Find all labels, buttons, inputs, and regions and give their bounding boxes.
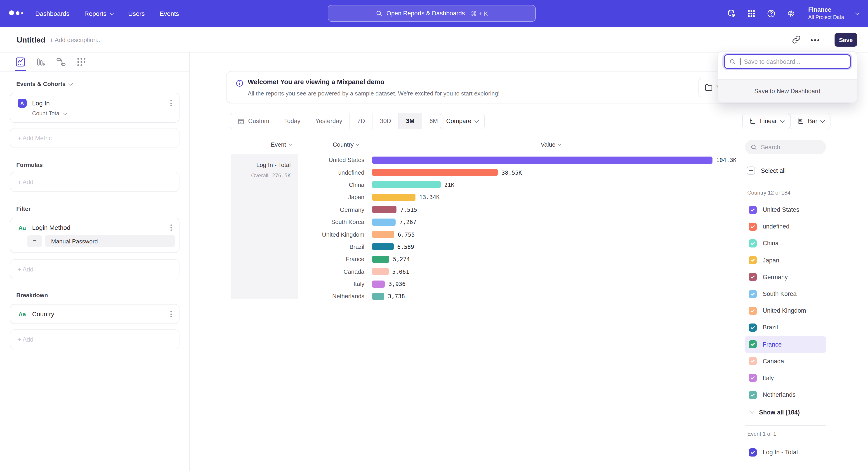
filter-country-row[interactable]: Netherlands xyxy=(745,386,826,403)
nav-item-events[interactable]: Events xyxy=(160,10,179,17)
chart-bar[interactable] xyxy=(372,280,385,288)
project-selector[interactable]: Finance All Project Data xyxy=(808,6,844,21)
select-all-row[interactable]: Select all xyxy=(747,167,786,175)
filter-panel-search[interactable]: Search xyxy=(745,140,826,154)
filter-country-row[interactable]: South Korea xyxy=(745,286,826,302)
chart-bar[interactable] xyxy=(372,156,712,164)
add-description-button[interactable]: + Add description... xyxy=(50,37,102,43)
kebab-menu-icon[interactable] xyxy=(169,99,173,107)
tab-retention[interactable] xyxy=(76,56,87,67)
section-events-cohorts[interactable]: Events & Cohorts xyxy=(16,81,180,87)
date-range-today[interactable]: Today xyxy=(277,113,308,129)
metric-card[interactable]: A Log In Count Total xyxy=(10,93,180,123)
chart-category-label[interactable]: undefined xyxy=(298,169,364,176)
date-range-7d[interactable]: 7D xyxy=(350,113,373,129)
chart-category-label[interactable]: Canada xyxy=(298,268,364,275)
chart-bar[interactable] xyxy=(372,293,384,300)
add-breakdown-button[interactable]: + Add xyxy=(10,329,180,349)
apps-grid-icon[interactable] xyxy=(747,9,756,18)
filter-value[interactable]: Manual Password xyxy=(45,235,176,247)
filter-country-row[interactable]: France xyxy=(745,336,826,353)
save-button[interactable]: Save xyxy=(835,33,857,47)
checkbox-checked[interactable] xyxy=(749,273,757,281)
checkbox-checked[interactable] xyxy=(749,374,757,382)
date-range-30d[interactable]: 30D xyxy=(373,113,399,129)
chart-bar[interactable] xyxy=(372,181,440,188)
chart-type-selector[interactable]: Bar xyxy=(790,113,831,129)
checkbox-checked[interactable] xyxy=(749,391,757,399)
checkbox-checked[interactable] xyxy=(749,206,757,214)
chart-category-label[interactable]: United States xyxy=(298,156,364,163)
add-formula-button[interactable]: + Add xyxy=(10,172,180,192)
chart-bar[interactable] xyxy=(372,206,397,213)
metric-event-name[interactable]: Log In xyxy=(32,99,50,107)
chart-category-label[interactable]: Germany xyxy=(298,206,364,213)
filter-country-row[interactable]: United States xyxy=(745,201,826,218)
breakdown-card[interactable]: Aa Country xyxy=(10,304,180,324)
checkbox-checked[interactable] xyxy=(749,239,757,247)
column-header-value[interactable]: Value xyxy=(541,141,561,148)
add-metric-button[interactable]: + Add Metric xyxy=(10,128,180,148)
add-filter-button[interactable]: + Add xyxy=(10,259,180,279)
chart-bar[interactable] xyxy=(372,169,498,176)
chart-category-label[interactable]: Brazil xyxy=(298,243,364,250)
chart-category-label[interactable]: France xyxy=(298,256,364,263)
nav-item-reports[interactable]: Reports xyxy=(84,10,113,17)
tab-insights[interactable] xyxy=(15,56,26,67)
chart-bar[interactable] xyxy=(372,256,389,263)
chart-category-label[interactable]: Italy xyxy=(298,281,364,287)
kebab-menu-icon[interactable] xyxy=(169,224,173,232)
nav-item-dashboards[interactable]: Dashboards xyxy=(35,10,69,17)
breakdown-property-name[interactable]: Country xyxy=(32,311,54,318)
filter-country-row[interactable]: Japan xyxy=(745,252,826,268)
filter-property-name[interactable]: Login Method xyxy=(32,224,70,231)
chevron-down-icon[interactable] xyxy=(855,11,860,15)
checkbox-checked[interactable] xyxy=(749,324,757,332)
filter-country-row[interactable]: Brazil xyxy=(745,319,826,336)
kebab-menu-icon[interactable] xyxy=(169,310,173,318)
chart-bar[interactable] xyxy=(372,243,394,251)
filter-country-row[interactable]: China xyxy=(745,235,826,252)
filter-operator[interactable]: = xyxy=(27,235,42,247)
chart-bar[interactable] xyxy=(372,231,394,238)
checkbox-checked[interactable] xyxy=(749,357,757,365)
checkbox-checked[interactable] xyxy=(749,340,757,348)
tab-funnels[interactable] xyxy=(35,56,46,67)
aggregation-selector[interactable]: Count Total xyxy=(32,110,179,117)
chart-category-label[interactable]: Japan xyxy=(298,194,364,201)
filter-country-row[interactable]: United Kingdom xyxy=(745,302,826,319)
column-header-country[interactable]: Country xyxy=(333,141,359,148)
date-range-custom[interactable]: Custom xyxy=(230,113,277,129)
chart-bar[interactable] xyxy=(372,268,389,275)
chart-bar[interactable] xyxy=(372,194,416,201)
report-title[interactable]: Untitled xyxy=(17,36,45,45)
settings-gear-icon[interactable] xyxy=(786,9,796,18)
chart-bar[interactable] xyxy=(372,218,396,226)
checkbox-indeterminate[interactable] xyxy=(747,167,755,175)
date-range-yesterday[interactable]: Yesterday xyxy=(308,113,350,129)
show-all-button[interactable]: Show all (184) xyxy=(745,404,800,420)
global-search-button[interactable]: Open Reports & Dashboards ⌘ + K xyxy=(328,5,536,22)
save-to-dashboard-input[interactable]: Save to dashboard... xyxy=(724,54,851,69)
chart-category-label[interactable]: Netherlands xyxy=(298,293,364,300)
help-icon[interactable] xyxy=(767,9,776,18)
compare-button[interactable]: Compare xyxy=(440,113,485,129)
filter-country-row[interactable]: Italy xyxy=(745,370,826,386)
chart-category-label[interactable]: United Kingdom xyxy=(298,231,364,238)
checkbox-checked[interactable] xyxy=(749,223,757,231)
event-series-row[interactable]: Log In - Total xyxy=(745,444,826,461)
date-range-3m-active[interactable]: 3M xyxy=(399,113,422,129)
filter-country-row[interactable]: undefined xyxy=(745,218,826,235)
filter-country-row[interactable]: Canada xyxy=(745,353,826,370)
event-summary-cell[interactable]: Log In - Total Overall276.5K xyxy=(231,154,298,299)
mixpanel-logo-icon[interactable] xyxy=(9,10,23,16)
column-header-event[interactable]: Event xyxy=(271,141,291,148)
checkbox-checked[interactable] xyxy=(749,256,757,264)
checkbox-checked[interactable] xyxy=(749,448,757,456)
nav-item-users[interactable]: Users xyxy=(128,10,145,17)
chart-category-label[interactable]: China xyxy=(298,181,364,188)
scale-selector[interactable]: Linear xyxy=(742,113,790,129)
more-options-icon[interactable]: ••• xyxy=(811,36,820,44)
checkbox-checked[interactable] xyxy=(749,290,757,298)
save-to-new-dashboard-button[interactable]: Save to New Dashboard xyxy=(718,79,857,102)
